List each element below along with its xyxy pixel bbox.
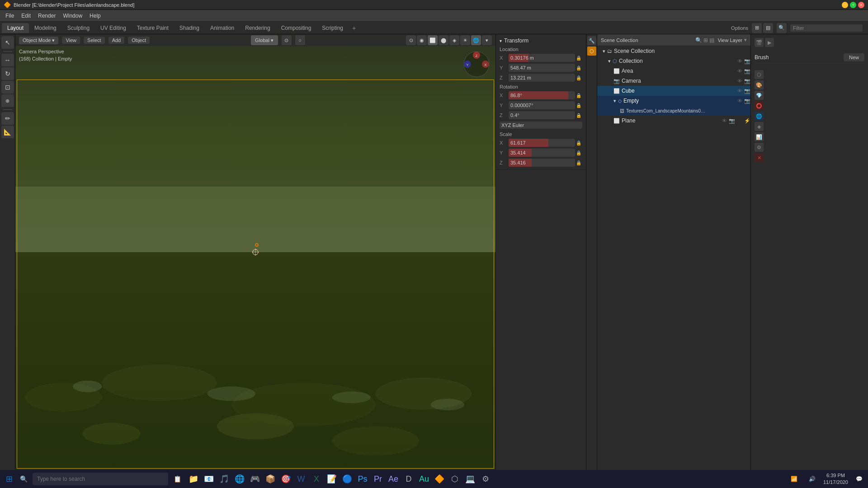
- windows-start-button[interactable]: ⊞: [2, 472, 16, 486]
- shading-options[interactable]: ▾: [482, 35, 492, 45]
- location-z-lock[interactable]: 🔒: [575, 75, 582, 80]
- system-clock[interactable]: 6:39 PM 11/17/2020: [823, 472, 848, 486]
- location-x-input[interactable]: [509, 54, 575, 62]
- tab-texture-paint[interactable]: Texture Paint: [132, 23, 174, 33]
- rotation-z-lock[interactable]: 🔒: [575, 113, 582, 118]
- outliner-item-area[interactable]: ⬜ Area 👁 📷: [597, 66, 750, 76]
- taskbar-search-input[interactable]: [33, 473, 168, 485]
- rotation-x-lock[interactable]: 🔒: [575, 93, 582, 98]
- viewport[interactable]: Object Mode ▾ View Select Add Object Glo…: [15, 34, 495, 470]
- outliner-item-plane[interactable]: ⬜ Plane 👁 📷 ⚡: [597, 116, 750, 126]
- material-shading[interactable]: ◈: [449, 35, 459, 45]
- taskbar-app-excel[interactable]: X: [309, 472, 324, 486]
- brush-icon-8[interactable]: ⚙: [755, 143, 764, 152]
- brush-icon-5[interactable]: 🌐: [755, 112, 764, 121]
- scale-x-lock[interactable]: 🔒: [575, 141, 582, 145]
- area-render-icon[interactable]: 📷: [744, 68, 750, 74]
- taskbar-app-onenote[interactable]: 📝: [325, 472, 339, 486]
- view-layer-icon[interactable]: ▾: [744, 37, 747, 43]
- outliner-item-texture[interactable]: 🖼 TexturesCom_LandscapeMountains032...: [597, 106, 750, 116]
- scale-z-lock[interactable]: 🔒: [575, 160, 582, 165]
- taskbar-app-chrome[interactable]: 🌐: [232, 472, 247, 486]
- tab-modeling[interactable]: Modeling: [29, 23, 62, 33]
- taskbar-app-other2[interactable]: 💻: [463, 472, 477, 486]
- search-icon[interactable]: 🔍: [777, 23, 787, 33]
- brush-icon-6[interactable]: ◈: [755, 122, 764, 131]
- outliner-item-cube[interactable]: ⬜ Cube 👁 📷: [597, 86, 750, 96]
- taskbar-app-music[interactable]: 🎵: [217, 472, 231, 486]
- taskbar-app-other3[interactable]: ⚙: [478, 472, 493, 486]
- outliner-sort-icon[interactable]: ⊞: [703, 37, 708, 43]
- taskbar-app-photoshop[interactable]: Ps: [355, 472, 370, 486]
- taskbar-app-files[interactable]: 📦: [263, 472, 278, 486]
- plane-render-icon[interactable]: 📷: [729, 118, 735, 124]
- taskbar-search-icon[interactable]: 🔍: [16, 472, 31, 486]
- task-view-button[interactable]: 📋: [170, 472, 184, 486]
- xray-toggle[interactable]: ⬜: [428, 35, 438, 45]
- location-y-lock[interactable]: 🔒: [575, 66, 582, 70]
- rotation-mode-dropdown[interactable]: XYZ Euler: [500, 122, 582, 129]
- add-workspace-button[interactable]: +: [349, 23, 359, 33]
- tab-layout[interactable]: Layout: [2, 23, 29, 33]
- collection-render-icon[interactable]: 📷: [744, 58, 750, 64]
- rotation-z-input[interactable]: [509, 111, 575, 119]
- tab-animation[interactable]: Animation: [205, 23, 240, 33]
- tab-uv-editing[interactable]: UV Editing: [95, 23, 132, 33]
- snap-button[interactable]: ⊙: [282, 35, 292, 45]
- location-z-input[interactable]: [509, 74, 575, 82]
- eevee-shading[interactable]: 🌐: [471, 35, 481, 45]
- scale-y-input[interactable]: [509, 149, 575, 157]
- notification-icon[interactable]: 💬: [852, 472, 866, 486]
- add-button[interactable]: Add: [108, 37, 125, 44]
- network-icon[interactable]: 📶: [787, 472, 802, 486]
- taskbar-app-other1[interactable]: ⬡: [448, 472, 462, 486]
- menu-help[interactable]: Help: [86, 12, 104, 20]
- location-y-input[interactable]: [509, 64, 575, 72]
- overlay-toggle[interactable]: ◉: [417, 35, 427, 45]
- tab-rendering[interactable]: Rendering: [240, 23, 275, 33]
- tab-shading[interactable]: Shading: [174, 23, 205, 33]
- measure-tool-button[interactable]: 📐: [1, 126, 14, 138]
- item-icon[interactable]: ⬡: [587, 47, 596, 56]
- navigation-gizmo[interactable]: Z X Y: [463, 51, 490, 78]
- taskbar-app-steam[interactable]: 🎮: [248, 472, 262, 486]
- camera-vis-icon[interactable]: 👁: [737, 78, 742, 84]
- brush-icon-7[interactable]: 📊: [755, 132, 764, 141]
- outliner-display-icon[interactable]: ▤: [709, 37, 714, 43]
- move-tool-button[interactable]: ↔: [1, 54, 14, 66]
- select-button[interactable]: Select: [84, 37, 105, 44]
- menu-edit[interactable]: Edit: [18, 12, 34, 20]
- tab-scripting[interactable]: Scripting: [316, 23, 349, 33]
- rotate-tool-button[interactable]: ↻: [1, 67, 14, 80]
- scale-tool-button[interactable]: ⊡: [1, 81, 14, 94]
- taskbar-app-aftereffects[interactable]: Ae: [386, 472, 401, 486]
- brush-anim-icon[interactable]: ▶: [765, 38, 774, 47]
- close-button[interactable]: ✕: [858, 2, 864, 8]
- taskbar-app-dim5[interactable]: D: [401, 472, 416, 486]
- brush-icon-2[interactable]: 🎨: [755, 80, 764, 89]
- taskbar-app-blender[interactable]: 🔶: [432, 472, 447, 486]
- rendered-shading[interactable]: ☀: [460, 35, 470, 45]
- taskbar-app-audition[interactable]: Au: [417, 472, 431, 486]
- taskbar-app-word[interactable]: W: [294, 472, 308, 486]
- scale-y-lock[interactable]: 🔒: [575, 150, 582, 155]
- proportional-edit[interactable]: ○: [295, 35, 305, 45]
- brush-icon-4[interactable]: ⭕: [755, 101, 764, 110]
- sound-icon[interactable]: 🔊: [805, 472, 820, 486]
- outliner-filter-icon[interactable]: 🔍: [695, 37, 702, 43]
- global-orientation[interactable]: Global ▾: [251, 35, 278, 45]
- outliner-item-camera[interactable]: 📷 Camera 👁 📷: [597, 76, 750, 86]
- filter-label[interactable]: Filter: [790, 24, 863, 32]
- view-button[interactable]: View: [62, 37, 80, 44]
- rotation-y-lock[interactable]: 🔒: [575, 103, 582, 108]
- object-button[interactable]: Object: [128, 37, 150, 44]
- transform-tool-button[interactable]: ⊕: [1, 94, 14, 107]
- outliner-item-scene-collection[interactable]: ▾ 🗂 Scene Collection: [597, 46, 750, 56]
- object-mode-dropdown[interactable]: Object Mode ▾: [19, 37, 58, 44]
- transform-header[interactable]: ▾ Transform: [500, 36, 582, 45]
- empty-render-icon[interactable]: 📷: [744, 98, 750, 104]
- taskbar-app-premierepro[interactable]: Pr: [371, 472, 385, 486]
- taskbar-app-explorer[interactable]: 📁: [186, 472, 201, 486]
- menu-window[interactable]: Window: [59, 12, 86, 20]
- collection-vis-icon[interactable]: 👁: [737, 58, 742, 64]
